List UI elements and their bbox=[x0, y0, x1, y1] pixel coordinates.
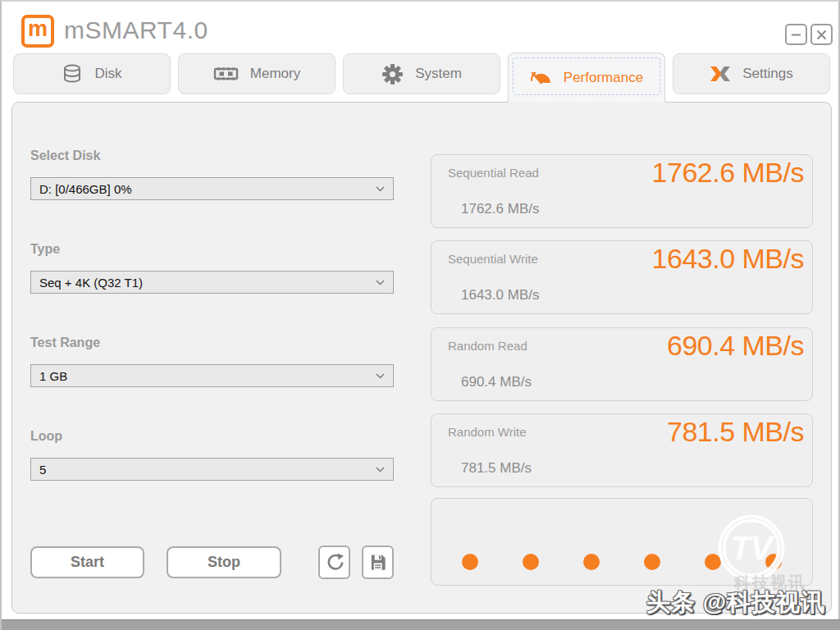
result-card-sequential-read: Sequential Read 1762.6 MB/s 1762.6 MB/s bbox=[431, 154, 813, 228]
tab-performance[interactable]: Performance bbox=[508, 52, 665, 103]
stop-button[interactable]: Stop bbox=[167, 546, 281, 578]
refresh-button[interactable] bbox=[318, 546, 350, 579]
chevron-down-icon bbox=[376, 280, 385, 285]
window-bottom-edge bbox=[2, 619, 840, 630]
app-window: m mSMART4.0 Disk bbox=[0, 0, 840, 630]
tab-system-label: System bbox=[415, 66, 462, 82]
result-card-random-write: Random Write 781.5 MB/s 781.5 MB/s bbox=[431, 413, 813, 487]
result-label: Random Read bbox=[448, 339, 527, 353]
close-icon bbox=[816, 30, 827, 40]
minimize-icon bbox=[791, 30, 801, 40]
result-card-sequential-write: Sequential Write 1643.0 MB/s 1643.0 MB/s bbox=[431, 240, 813, 314]
progress-dot bbox=[765, 554, 782, 570]
result-value-big: 1762.6 MB/s bbox=[652, 157, 804, 189]
result-value-big: 690.4 MB/s bbox=[667, 330, 804, 362]
tab-memory[interactable]: Memory bbox=[178, 53, 336, 94]
select-disk-dropdown[interactable]: D: [0/466GB] 0% bbox=[30, 177, 394, 200]
tab-system[interactable]: System bbox=[343, 53, 500, 94]
chevron-down-icon bbox=[376, 467, 385, 472]
field-test-range: Test Range 1 GB bbox=[30, 336, 394, 387]
result-label: Sequential Write bbox=[448, 252, 538, 266]
result-value-small: 781.5 MB/s bbox=[461, 460, 532, 477]
result-label: Sequential Read bbox=[448, 166, 539, 180]
chevron-down-icon bbox=[376, 186, 385, 192]
result-value-big: 1643.0 MB/s bbox=[652, 243, 804, 275]
save-button[interactable] bbox=[362, 546, 394, 579]
test-range-dropdown[interactable]: 1 GB bbox=[30, 364, 394, 387]
settings-icon bbox=[710, 63, 731, 84]
result-label: Random Write bbox=[448, 425, 527, 439]
save-icon bbox=[368, 553, 387, 572]
field-loop: Loop 5 bbox=[30, 429, 394, 481]
select-disk-label: Select Disk bbox=[30, 148, 394, 163]
progress-dot bbox=[462, 554, 478, 570]
progress-dot bbox=[705, 554, 721, 570]
type-label: Type bbox=[30, 242, 394, 257]
progress-dot bbox=[644, 554, 660, 570]
progress-card bbox=[431, 498, 813, 586]
result-value-small: 1643.0 MB/s bbox=[461, 287, 539, 304]
progress-dot bbox=[583, 554, 600, 570]
tab-disk-label: Disk bbox=[94, 66, 121, 82]
tab-settings[interactable]: Settings bbox=[673, 53, 830, 94]
tab-performance-label: Performance bbox=[564, 70, 643, 86]
disk-icon bbox=[62, 63, 83, 84]
memory-icon bbox=[213, 64, 239, 84]
type-dropdown[interactable]: Seq + 4K (Q32 T1) bbox=[30, 271, 394, 294]
performance-panel: Select Disk D: [0/466GB] 0% Type Seq + 4… bbox=[11, 102, 832, 614]
refresh-icon bbox=[325, 553, 345, 573]
stop-button-label: Stop bbox=[208, 554, 240, 571]
result-value-small: 1762.6 MB/s bbox=[461, 201, 539, 217]
loop-value: 5 bbox=[39, 463, 376, 477]
close-button[interactable] bbox=[810, 24, 833, 45]
result-card-random-read: Random Read 690.4 MB/s 690.4 MB/s bbox=[431, 327, 813, 401]
field-type: Type Seq + 4K (Q32 T1) bbox=[30, 242, 394, 294]
app-logo: m bbox=[21, 15, 54, 48]
field-select-disk: Select Disk D: [0/466GB] 0% bbox=[30, 148, 394, 200]
speedometer-icon bbox=[530, 67, 552, 89]
test-range-value: 1 GB bbox=[39, 369, 376, 383]
loop-label: Loop bbox=[30, 429, 394, 444]
start-button[interactable]: Start bbox=[30, 546, 144, 578]
app-title: mSMART4.0 bbox=[64, 16, 208, 44]
result-value-small: 690.4 MB/s bbox=[461, 374, 532, 390]
loop-dropdown[interactable]: 5 bbox=[30, 458, 394, 481]
type-value: Seq + 4K (Q32 T1) bbox=[39, 276, 376, 290]
select-disk-value: D: [0/466GB] 0% bbox=[39, 182, 376, 196]
tab-memory-label: Memory bbox=[250, 66, 300, 82]
gear-icon bbox=[381, 63, 404, 85]
start-button-label: Start bbox=[71, 554, 104, 571]
minimize-button[interactable] bbox=[785, 24, 807, 45]
progress-dots bbox=[462, 554, 782, 570]
test-range-label: Test Range bbox=[30, 336, 394, 350]
progress-dot bbox=[523, 554, 539, 570]
tab-disk[interactable]: Disk bbox=[13, 53, 171, 94]
tab-settings-label: Settings bbox=[742, 66, 792, 82]
app-logo-letter: m bbox=[28, 18, 48, 40]
result-value-big: 781.5 MB/s bbox=[667, 416, 804, 448]
chevron-down-icon bbox=[376, 373, 385, 379]
